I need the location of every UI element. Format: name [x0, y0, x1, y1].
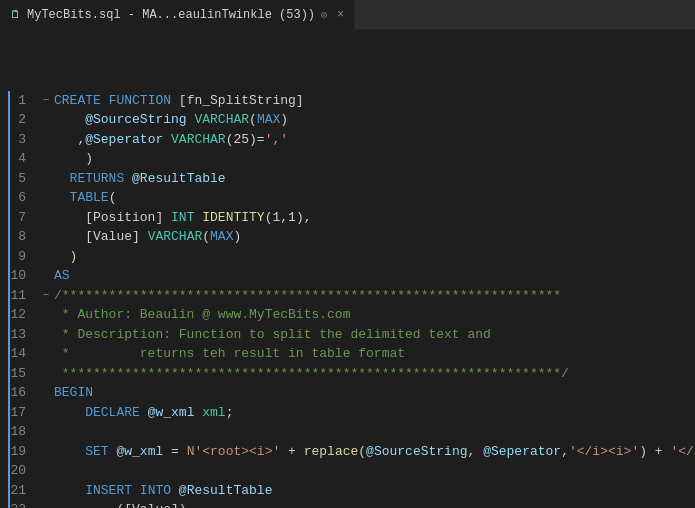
collapse-marker [38, 500, 54, 508]
code-line: ) [54, 247, 695, 267]
code-line: * returns teh result in table format [54, 344, 695, 364]
line-number: 18 [10, 422, 38, 442]
code-line: * Description: Function to split the del… [54, 325, 695, 345]
code-line [54, 422, 695, 442]
tab-label: MyTecBits.sql - MA...eaulinTwinkle (53)) [27, 8, 315, 22]
table-row: 11−/************************************… [8, 286, 695, 306]
code-line: ****************************************… [54, 364, 695, 384]
collapse-marker [38, 403, 54, 423]
table-row: 13 * Description: Function to split the … [8, 325, 695, 345]
code-line: TABLE( [54, 188, 695, 208]
table-row: 4 ) [8, 149, 695, 169]
code-line: ,@Seperator VARCHAR(25)=',' [54, 130, 695, 150]
line-number: 7 [10, 208, 38, 228]
collapse-marker [38, 208, 54, 228]
line-number: 13 [10, 325, 38, 345]
collapse-marker [38, 481, 54, 501]
line-number: 5 [10, 169, 38, 189]
code-line: /***************************************… [54, 286, 695, 306]
line-number: 14 [10, 344, 38, 364]
table-row: 2 @SourceString VARCHAR(MAX) [8, 110, 695, 130]
collapse-marker [38, 383, 54, 403]
collapse-marker [38, 188, 54, 208]
editor: 1−CREATE FUNCTION [fn_SplitString]2 @Sou… [0, 30, 695, 508]
pin-icon[interactable]: ⊘ [321, 9, 327, 21]
line-number: 6 [10, 188, 38, 208]
collapse-marker [38, 149, 54, 169]
collapse-marker [38, 169, 54, 189]
table-row: 14 * returns teh result in table format [8, 344, 695, 364]
code-line: INSERT INTO @ResultTable [54, 481, 695, 501]
line-number: 1 [10, 91, 38, 111]
collapse-marker [38, 422, 54, 442]
table-row: 21 INSERT INTO @ResultTable [8, 481, 695, 501]
code-line: AS [54, 266, 695, 286]
table-row: 22 ([Value]) [8, 500, 695, 508]
table-row: 10 AS [8, 266, 695, 286]
collapse-marker [38, 325, 54, 345]
line-number: 8 [10, 227, 38, 247]
table-row: 16 BEGIN [8, 383, 695, 403]
line-number: 4 [10, 149, 38, 169]
collapse-marker [38, 344, 54, 364]
collapse-marker [38, 110, 54, 130]
collapse-marker [38, 364, 54, 384]
line-number: 2 [10, 110, 38, 130]
collapse-marker [38, 266, 54, 286]
code-line: ([Value]) [54, 500, 695, 508]
line-number: 11 [10, 286, 38, 306]
collapse-marker [38, 247, 54, 267]
collapse-marker[interactable]: − [38, 286, 54, 306]
active-tab[interactable]: 🗒 MyTecBits.sql - MA...eaulinTwinkle (53… [0, 0, 355, 30]
code-line: ) [54, 149, 695, 169]
code-line [54, 461, 695, 481]
code-line: DECLARE @w_xml xml; [54, 403, 695, 423]
table-row: 20 [8, 461, 695, 481]
table-row: 8 [Value] VARCHAR(MAX) [8, 227, 695, 247]
table-row: 6 TABLE( [8, 188, 695, 208]
line-number: 15 [10, 364, 38, 384]
code-line: * Author: Beaulin @ www.MyTecBits.com [54, 305, 695, 325]
tab-icon: 🗒 [10, 8, 21, 21]
collapse-marker [38, 227, 54, 247]
code-line: [Position] INT IDENTITY(1,1), [54, 208, 695, 228]
line-number: 16 [10, 383, 38, 403]
table-row: 5 RETURNS @ResultTable [8, 169, 695, 189]
collapse-marker[interactable]: − [38, 91, 54, 111]
collapse-marker [38, 461, 54, 481]
tab-bar: 🗒 MyTecBits.sql - MA...eaulinTwinkle (53… [0, 0, 695, 30]
code-line: RETURNS @ResultTable [54, 169, 695, 189]
table-row: 18 [8, 422, 695, 442]
table-row: 7 [Position] INT IDENTITY(1,1), [8, 208, 695, 228]
table-row: 19 SET @w_xml = N'<root><i>' + replace(@… [8, 442, 695, 462]
close-icon[interactable]: × [337, 8, 344, 22]
table-row: 9 ) [8, 247, 695, 267]
code-line: [Value] VARCHAR(MAX) [54, 227, 695, 247]
collapse-marker [38, 442, 54, 462]
code-line: @SourceString VARCHAR(MAX) [54, 110, 695, 130]
code-line: SET @w_xml = N'<root><i>' + replace(@Sou… [54, 442, 695, 462]
line-number: 21 [10, 481, 38, 501]
table-row: 15 *************************************… [8, 364, 695, 384]
collapse-marker [38, 305, 54, 325]
line-number: 22 [10, 500, 38, 508]
line-number: 20 [10, 461, 38, 481]
code-content[interactable]: 1−CREATE FUNCTION [fn_SplitString]2 @Sou… [0, 30, 695, 508]
collapse-marker [38, 130, 54, 150]
line-number: 3 [10, 130, 38, 150]
table-row: 3 ,@Seperator VARCHAR(25)=',' [8, 130, 695, 150]
table-row: 1−CREATE FUNCTION [fn_SplitString] [8, 91, 695, 111]
table-row: 12 * Author: Beaulin @ www.MyTecBits.com [8, 305, 695, 325]
line-number: 12 [10, 305, 38, 325]
line-number: 17 [10, 403, 38, 423]
code-line: CREATE FUNCTION [fn_SplitString] [54, 91, 695, 111]
table-row: 17 DECLARE @w_xml xml; [8, 403, 695, 423]
line-number: 10 [10, 266, 38, 286]
line-number: 9 [10, 247, 38, 267]
code-line: BEGIN [54, 383, 695, 403]
line-number: 19 [10, 442, 38, 462]
